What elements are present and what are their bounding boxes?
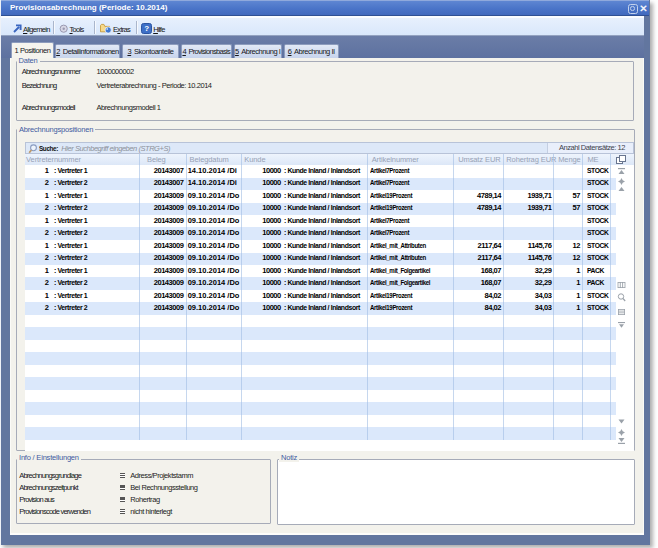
svg-text:?: ? [144,24,149,33]
